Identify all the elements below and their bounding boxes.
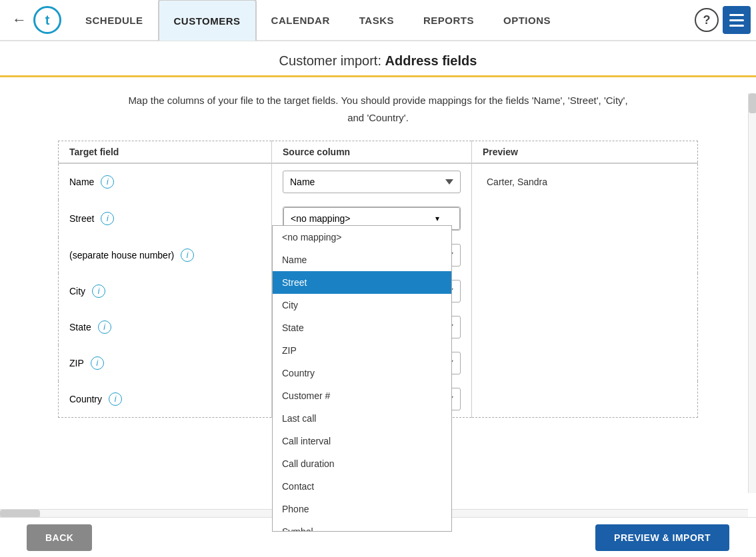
field-zip-cell: ZIP i	[59, 345, 272, 381]
col-header-source: Source column	[272, 141, 472, 164]
field-name-label: Name	[69, 177, 94, 187]
info-icon-state[interactable]: i	[98, 320, 111, 334]
preview-country-cell	[472, 381, 698, 418]
mapping-table: Target field Source column Preview Name …	[58, 141, 698, 418]
info-icon-name[interactable]: i	[101, 175, 114, 189]
nav-options[interactable]: OPTIONS	[489, 0, 565, 41]
info-icon-country[interactable]: i	[109, 392, 122, 406]
dropdown-item-contact[interactable]: Contact	[273, 475, 451, 498]
field-country-label: Country	[69, 394, 102, 404]
field-city-cell: City i	[59, 273, 272, 309]
source-name-select[interactable]: Name	[283, 171, 461, 193]
dropdown-item-call-duration[interactable]: Call duration	[273, 452, 451, 475]
dropdown-item-state[interactable]: State	[273, 316, 451, 339]
back-button[interactable]: BACK	[27, 524, 92, 551]
field-house-label: (separate house number)	[69, 250, 174, 261]
table-row: Name i Name Carter, Sandra	[59, 163, 698, 200]
field-state-cell: State i	[59, 309, 272, 345]
field-street-label: Street	[69, 213, 94, 224]
col-header-target: Target field	[59, 141, 272, 164]
info-icon-zip[interactable]: i	[91, 356, 104, 370]
street-dropdown-label: <no mapping>	[291, 213, 351, 224]
preview-name-cell: Carter, Sandra	[472, 163, 698, 200]
instructions-line1: Map the columns of your file to the targ…	[20, 92, 736, 109]
preview-house-cell	[472, 237, 698, 273]
field-country-cell: Country i	[59, 381, 272, 418]
preview-street-cell	[472, 200, 698, 237]
instructions: Map the columns of your file to the targ…	[20, 92, 736, 126]
nav-calendar[interactable]: CALENDAR	[257, 0, 345, 41]
nav-schedule[interactable]: SCHEDULE	[71, 0, 158, 41]
dropdown-item-city[interactable]: City	[273, 294, 451, 316]
field-zip-label: ZIP	[69, 358, 84, 368]
dropdown-item-zip[interactable]: ZIP	[273, 339, 451, 362]
table-row-street: Street i <no mapping> ▾ <no mapping>	[59, 200, 698, 237]
nav-tasks[interactable]: TASKS	[345, 0, 409, 41]
preview-name-text: Carter, Sandra	[483, 177, 547, 187]
source-street-cell[interactable]: <no mapping> ▾ <no mapping> Name Street …	[272, 200, 472, 237]
back-arrow[interactable]: ←	[5, 11, 33, 29]
help-button[interactable]: ?	[695, 8, 719, 32]
dropdown-item-customer-hash[interactable]: Customer #	[273, 384, 451, 407]
preview-zip-cell	[472, 345, 698, 381]
menu-button[interactable]	[723, 6, 751, 34]
col-header-preview: Preview	[472, 141, 698, 164]
info-icon-city[interactable]: i	[92, 284, 105, 298]
preview-city-cell	[472, 273, 698, 309]
info-icon-street[interactable]: i	[101, 212, 114, 225]
page-title-prefix: Customer import:	[279, 53, 385, 68]
info-icon-house[interactable]: i	[181, 249, 194, 262]
dropdown-item-name[interactable]: Name	[273, 249, 451, 271]
field-name-cell: Name i	[59, 163, 272, 200]
field-street-cell: Street i	[59, 200, 272, 237]
scroll-track[interactable]	[748, 93, 756, 493]
nav-items: SCHEDULE CUSTOMERS CALENDAR TASKS REPORT…	[71, 0, 695, 41]
dropdown-item-call-interval[interactable]: Call interval	[273, 430, 451, 452]
menu-line3	[729, 25, 744, 27]
page-header: Customer import: Address fields	[0, 41, 756, 77]
dropdown-item-last-call[interactable]: Last call	[273, 407, 451, 430]
dropdown-item-phone[interactable]: Phone	[273, 498, 451, 520]
dropdown-list: <no mapping> Name Street City State ZIP …	[272, 225, 452, 532]
instructions-line2: and 'Country'.	[20, 109, 736, 127]
menu-line2	[729, 19, 744, 21]
nav-reports[interactable]: REPORTS	[409, 0, 489, 41]
chevron-down-icon: ▾	[435, 214, 439, 223]
source-name-cell[interactable]: Name	[272, 163, 472, 200]
scroll-thumb[interactable]	[749, 93, 756, 113]
preview-import-button[interactable]: PREVIEW & IMPORT	[595, 524, 729, 551]
field-city-label: City	[69, 286, 85, 296]
logo: t	[33, 6, 61, 34]
nav-right: ?	[695, 6, 751, 34]
dropdown-item-country[interactable]: Country	[273, 362, 451, 384]
dropdown-item-symbol[interactable]: Symbol	[273, 520, 451, 532]
page-title-bold: Address fields	[385, 53, 477, 68]
dropdown-item-street[interactable]: Street	[273, 271, 451, 294]
field-house-cell: (separate house number) i	[59, 237, 272, 273]
navbar: ← t SCHEDULE CUSTOMERS CALENDAR TASKS RE…	[0, 0, 756, 41]
nav-customers[interactable]: CUSTOMERS	[158, 0, 257, 41]
field-state-label: State	[69, 322, 91, 332]
dropdown-item-no-mapping[interactable]: <no mapping>	[273, 226, 451, 249]
preview-state-cell	[472, 309, 698, 345]
content: Map the columns of your file to the targ…	[0, 77, 756, 418]
menu-line1	[729, 14, 744, 16]
